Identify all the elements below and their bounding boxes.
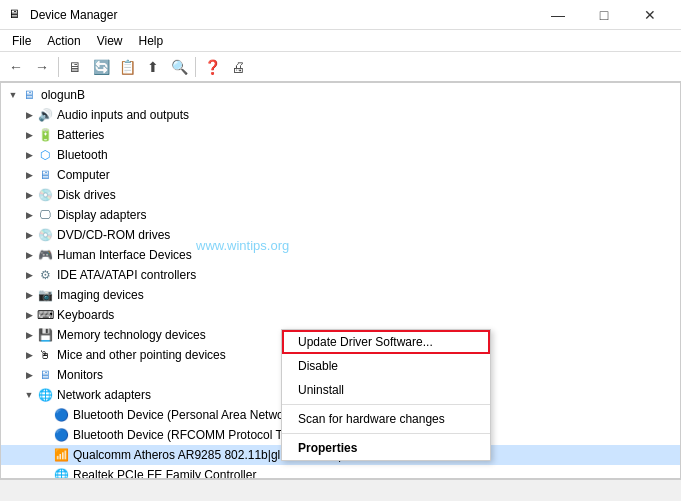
toolbar-sep-1 [58,57,59,77]
context-menu-sep [282,404,490,405]
maximize-button[interactable]: □ [581,0,627,30]
monitors-label: Monitors [57,368,103,382]
bt-personal-expand-icon [37,407,53,423]
memory-icon: 💾 [37,327,53,343]
bt-rfcomm-icon: 🔵 [53,427,69,443]
context-menu: Update Driver Software... Disable Uninst… [281,329,491,461]
toolbar: ← → 🖥 🔄 📋 ⬆ 🔍 ❓ 🖨 [0,52,681,82]
bluetooth-expand-icon: ▶ [21,147,37,163]
app-icon: 🖥 [8,7,24,23]
keyboards-icon: ⌨ [37,307,53,323]
batteries-icon: 🔋 [37,127,53,143]
keyboards-label: Keyboards [57,308,114,322]
bluetooth-icon: ⬡ [37,147,53,163]
print-button[interactable]: 🖨 [226,55,250,79]
update-driver-button[interactable]: ⬆ [141,55,165,79]
context-menu-uninstall[interactable]: Uninstall [282,378,490,402]
qualcomm-expand-icon [37,447,53,463]
qualcomm-icon: 📶 [53,447,69,463]
context-menu-update[interactable]: Update Driver Software... [282,330,490,354]
imaging-label: Imaging devices [57,288,144,302]
root-label: ologunB [41,88,85,102]
close-button[interactable]: ✕ [627,0,673,30]
audio-label: Audio inputs and outputs [57,108,189,122]
tree-item-diskdrives[interactable]: ▶ 💿 Disk drives [1,185,680,205]
dvd-label: DVD/CD-ROM drives [57,228,170,242]
context-menu-properties[interactable]: Properties [282,436,490,460]
mice-label: Mice and other pointing devices [57,348,226,362]
mice-icon: 🖱 [37,347,53,363]
network-expand-icon: ▼ [21,387,37,403]
hid-icon: 🎮 [37,247,53,263]
menu-action[interactable]: Action [39,32,88,50]
ide-label: IDE ATA/ATAPI controllers [57,268,196,282]
dvd-icon: 💿 [37,227,53,243]
hid-label: Human Interface Devices [57,248,192,262]
menu-bar: File Action View Help [0,30,681,52]
realtek-expand-icon [37,467,53,479]
imaging-expand-icon: ▶ [21,287,37,303]
audio-icon: 🔊 [37,107,53,123]
status-bar [0,479,681,501]
title-bar: 🖥 Device Manager — □ ✕ [0,0,681,30]
tree-item-batteries[interactable]: ▶ 🔋 Batteries [1,125,680,145]
tree-item-computer[interactable]: ▶ 🖥 Computer [1,165,680,185]
diskdrives-expand-icon: ▶ [21,187,37,203]
tree-item-audio[interactable]: ▶ 🔊 Audio inputs and outputs [1,105,680,125]
bt-personal-label: Bluetooth Device (Personal Area Network) [73,408,298,422]
batteries-label: Batteries [57,128,104,142]
help-button[interactable]: ❓ [200,55,224,79]
main-area: www.wintips.org ▼ 🖥 ologunB ▶ 🔊 Audio in… [0,82,681,479]
diskdrives-label: Disk drives [57,188,116,202]
context-menu-disable[interactable]: Disable [282,354,490,378]
tree-item-hid[interactable]: ▶ 🎮 Human Interface Devices [1,245,680,265]
memory-expand-icon: ▶ [21,327,37,343]
tree-item-imaging[interactable]: ▶ 📷 Imaging devices [1,285,680,305]
network-label: Network adapters [57,388,151,402]
context-menu-scan[interactable]: Scan for hardware changes [282,407,490,431]
properties-button[interactable]: 📋 [115,55,139,79]
forward-button[interactable]: → [30,55,54,79]
device-tree[interactable]: www.wintips.org ▼ 🖥 ologunB ▶ 🔊 Audio in… [0,82,681,479]
computer-expand-icon: ▶ [21,167,37,183]
tree-item-ide[interactable]: ▶ ⚙ IDE ATA/ATAPI controllers [1,265,680,285]
menu-file[interactable]: File [4,32,39,50]
menu-help[interactable]: Help [131,32,172,50]
audio-expand-icon: ▶ [21,107,37,123]
menu-view[interactable]: View [89,32,131,50]
tree-item-bluetooth[interactable]: ▶ ⬡ Bluetooth [1,145,680,165]
network-icon: 🌐 [37,387,53,403]
hid-expand-icon: ▶ [21,247,37,263]
imaging-icon: 📷 [37,287,53,303]
display-label: Display adapters [57,208,146,222]
minimize-button[interactable]: — [535,0,581,30]
context-menu-sep2 [282,433,490,434]
realtek-icon: 🌐 [53,467,69,479]
tree-item-keyboards[interactable]: ▶ ⌨ Keyboards [1,305,680,325]
memory-label: Memory technology devices [57,328,206,342]
ide-icon: ⚙ [37,267,53,283]
window-controls: — □ ✕ [535,0,673,30]
tree-item-dvd[interactable]: ▶ 💿 DVD/CD-ROM drives [1,225,680,245]
tree-item-display[interactable]: ▶ 🖵 Display adapters [1,205,680,225]
display-icon: 🖵 [37,207,53,223]
bt-rfcomm-expand-icon [37,427,53,443]
batteries-expand-icon: ▶ [21,127,37,143]
display-expand-icon: ▶ [21,207,37,223]
bt-rfcomm-label: Bluetooth Device (RFCOMM Protocol TDI) [73,428,299,442]
ide-expand-icon: ▶ [21,267,37,283]
back-button[interactable]: ← [4,55,28,79]
tree-root[interactable]: ▼ 🖥 ologunB [1,85,680,105]
dvd-expand-icon: ▶ [21,227,37,243]
computer-button[interactable]: 🖥 [63,55,87,79]
root-expand-icon: ▼ [5,87,21,103]
toolbar-sep-2 [195,57,196,77]
realtek-label: Realtek PCIe FE Family Controller [73,468,256,479]
refresh-button[interactable]: 🔄 [89,55,113,79]
tree-item-realtek[interactable]: 🌐 Realtek PCIe FE Family Controller [1,465,680,479]
bluetooth-label: Bluetooth [57,148,108,162]
monitors-expand-icon: ▶ [21,367,37,383]
computer-icon: 🖥 [37,167,53,183]
scan-button[interactable]: 🔍 [167,55,191,79]
mice-expand-icon: ▶ [21,347,37,363]
